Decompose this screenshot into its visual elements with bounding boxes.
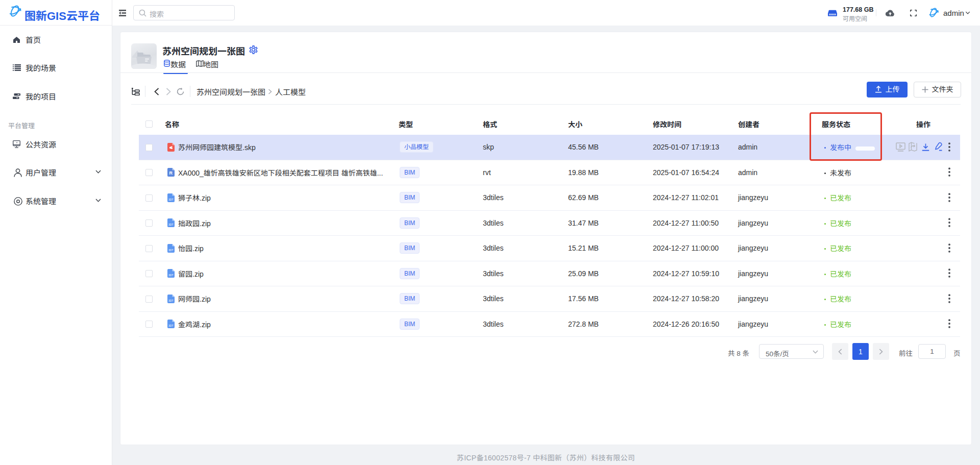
svg-text:R: R [169,170,173,176]
svg-text:3DT: 3DT [168,223,173,226]
svg-text:3DT: 3DT [168,198,173,201]
svg-text:3DT: 3DT [168,248,173,251]
svg-text:3DT: 3DT [168,324,173,327]
svg-text:3DT: 3DT [168,299,173,302]
svg-text:3DT: 3DT [168,274,173,277]
